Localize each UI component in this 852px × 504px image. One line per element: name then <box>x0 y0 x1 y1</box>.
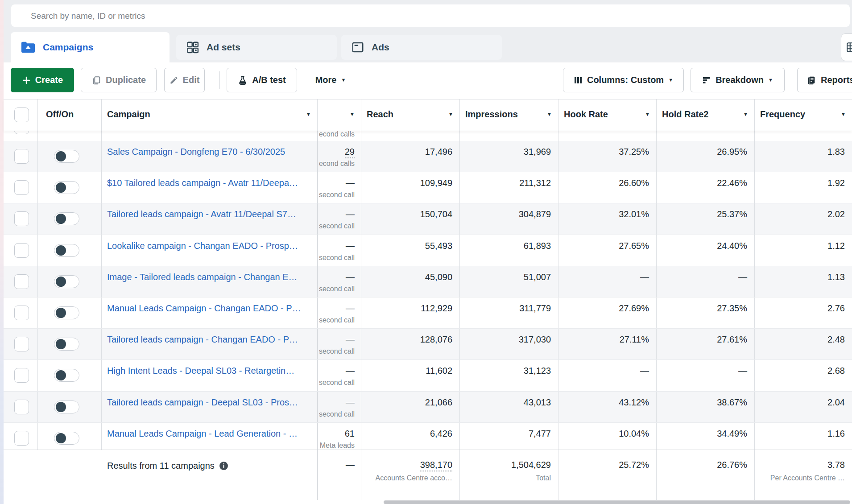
row-checkbox[interactable] <box>14 180 29 195</box>
row-toggle[interactable] <box>54 275 79 288</box>
row-select-cell <box>4 360 38 391</box>
footer-empty-cell <box>4 450 102 500</box>
hold-rate2-value: 25.37% <box>717 209 747 219</box>
toggle-knob <box>56 433 66 443</box>
create-button-label: Create <box>35 75 63 85</box>
row-reach-cell: 21,066 <box>361 392 460 422</box>
header-impressions[interactable]: Impressions ▼ <box>460 99 558 131</box>
ab-test-button[interactable]: A/B test <box>227 68 297 92</box>
horizontal-scrollbar[interactable] <box>384 500 850 504</box>
partial-scrolled-row: econd calls <box>4 130 852 141</box>
row-toggle[interactable] <box>54 181 79 194</box>
sort-caret-icon[interactable]: ▼ <box>547 112 552 117</box>
campaign-link[interactable]: Manual Leads Campaign - Changan EADO - P… <box>102 297 317 314</box>
header-results-clipped[interactable]: ▼ <box>318 99 361 131</box>
columns-button[interactable]: Columns: Custom ▼ <box>563 68 684 92</box>
columns-icon <box>574 76 583 85</box>
row-checkbox[interactable] <box>14 400 29 414</box>
result-value: — <box>346 178 355 188</box>
row-toggle-cell <box>38 266 102 297</box>
row-toggle[interactable] <box>54 369 79 382</box>
ads-frame-icon <box>351 41 364 54</box>
frequency-value: 2.48 <box>827 335 845 345</box>
row-frequency-cell: 1.16 <box>755 423 852 454</box>
campaign-link[interactable]: Tailored leads campaign - Deepal SL03 - … <box>102 392 317 408</box>
row-reach-cell: 128,076 <box>361 329 460 359</box>
duplicate-button[interactable]: Duplicate <box>81 68 157 92</box>
hook-rate-value: 27.65% <box>619 241 649 251</box>
more-button[interactable]: More ▼ <box>306 68 355 92</box>
row-impressions-cell: 61,893 <box>460 235 558 266</box>
footer-hook-rate-cell: 25.72% <box>558 450 657 500</box>
select-all-checkbox[interactable] <box>14 107 29 122</box>
row-results-cell: — second call <box>318 360 361 391</box>
row-checkbox[interactable] <box>14 243 29 258</box>
campaign-link[interactable]: Manual Leads Campaign - Lead Generation … <box>102 423 317 439</box>
campaign-link[interactable]: Image - Tailored leads campaign - Changa… <box>102 266 317 282</box>
row-checkbox[interactable] <box>14 306 29 320</box>
ad-sets-grid-icon <box>186 41 199 54</box>
header-hook-rate[interactable]: Hook Rate ▼ <box>558 99 657 131</box>
tab-ads[interactable]: Ads <box>341 35 502 60</box>
sort-caret-icon[interactable]: ▼ <box>841 112 846 117</box>
campaign-link[interactable]: Tailored leads campaign - Changan EADO -… <box>102 329 317 345</box>
campaign-link[interactable]: Sales Campaign - Dongfeng E70 - 6/30/202… <box>102 141 317 157</box>
row-toggle[interactable] <box>54 306 79 319</box>
campaign-link[interactable]: $10 Tailored leads campaign - Avatr 11/D… <box>102 172 317 188</box>
chevron-down-icon: ▼ <box>768 78 773 83</box>
impressions-value: 31,123 <box>524 366 551 376</box>
header-reach[interactable]: Reach ▼ <box>361 99 460 131</box>
impressions-header-label: Impressions <box>465 109 518 120</box>
tab-campaigns[interactable]: Campaigns <box>11 32 170 62</box>
search-bar[interactable] <box>11 4 850 27</box>
row-toggle[interactable] <box>54 432 79 445</box>
row-toggle[interactable] <box>54 338 79 351</box>
campaign-link[interactable]: High Intent Leads - Deepal SL03 - Retarg… <box>102 360 317 376</box>
create-button[interactable]: Create <box>11 68 74 92</box>
row-toggle[interactable] <box>54 401 79 413</box>
row-reach-cell: 109,949 <box>361 172 460 203</box>
row-checkbox[interactable] <box>14 274 29 289</box>
sort-caret-icon[interactable]: ▼ <box>448 112 453 117</box>
row-checkbox[interactable] <box>14 130 29 134</box>
row-checkbox[interactable] <box>14 431 29 446</box>
sort-caret-icon[interactable]: ▼ <box>645 112 650 117</box>
tab-ad-sets[interactable]: Ad sets <box>176 35 337 60</box>
header-hold-rate2[interactable]: Hold Rate2 ▼ <box>657 99 755 131</box>
reach-value: 55,493 <box>425 241 452 251</box>
footer-impressions-value: 1,504,629 <box>511 460 551 470</box>
reports-button[interactable]: Reports <box>797 68 852 92</box>
sort-caret-icon[interactable]: ▼ <box>350 112 355 117</box>
search-input[interactable] <box>30 4 790 28</box>
row-reach-cell: 150,704 <box>361 203 460 234</box>
table-header: Off/On Campaign ▼ ▼ Reach ▼ Impressions … <box>4 99 852 131</box>
edit-button[interactable]: Edit <box>164 68 205 92</box>
breakdown-button[interactable]: Breakdown ▼ <box>691 68 785 92</box>
reach-value: 6,426 <box>430 429 452 439</box>
header-campaign[interactable]: Campaign ▼ <box>102 99 318 131</box>
campaign-link[interactable]: Lookalike campaign - Changan EADO - Pros… <box>102 235 317 251</box>
campaign-link[interactable]: Tailored leads campaign - Avatr 11/Deepa… <box>102 203 317 219</box>
row-toggle[interactable] <box>54 150 79 163</box>
reach-value: 128,076 <box>420 335 452 345</box>
row-hook-rate-cell: 27.11% <box>558 329 657 359</box>
row-checkbox[interactable] <box>14 368 29 383</box>
sort-caret-icon[interactable]: ▼ <box>743 112 748 117</box>
table-footer: Results from 11 campaigns — <box>4 450 852 500</box>
reports-button-label: Reports <box>821 75 852 85</box>
result-label: econd calls <box>319 160 355 168</box>
row-impressions-cell: 31,969 <box>460 141 558 172</box>
row-toggle[interactable] <box>54 212 79 225</box>
hook-rate-value: 37.25% <box>619 147 649 157</box>
table-view-button[interactable] <box>841 33 852 61</box>
row-hook-rate-cell: — <box>558 360 657 391</box>
header-frequency[interactable]: Frequency ▼ <box>755 99 852 131</box>
row-toggle[interactable] <box>54 244 79 257</box>
sort-caret-icon[interactable]: ▼ <box>306 112 311 117</box>
pencil-icon <box>170 76 178 85</box>
breakdown-button-label: Breakdown <box>716 75 764 85</box>
row-checkbox[interactable] <box>14 337 29 351</box>
row-checkbox[interactable] <box>14 149 29 164</box>
row-checkbox[interactable] <box>14 211 29 226</box>
info-icon[interactable] <box>219 461 228 471</box>
